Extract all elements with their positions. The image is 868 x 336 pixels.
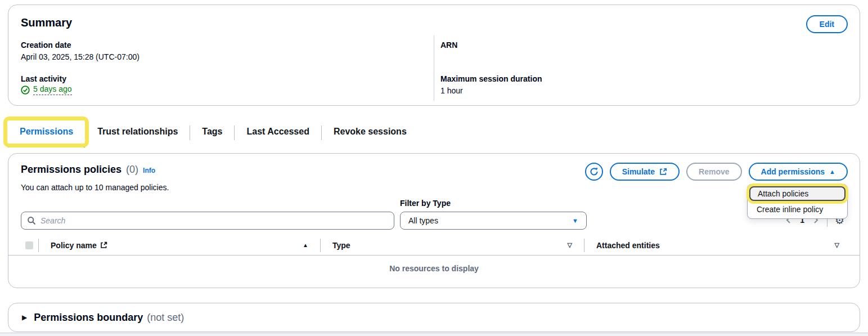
column-filter-icon[interactable]: ▽ [835,241,839,249]
policies-description: You can attach up to 10 managed policies… [21,183,169,192]
edit-button[interactable]: Edit [806,15,848,33]
last-activity-value: 5 days ago [21,84,72,95]
type-filter-select[interactable]: All types ▼ [400,212,587,230]
boundary-title: Permissions boundary [34,312,143,324]
policies-table-header: Policy name ▲ Type ▽ Attached [8,235,860,256]
menu-item-attach-policies[interactable]: Attach policies [749,186,845,201]
arn-label: ARN [440,41,457,50]
page-bottom-strip [0,333,868,336]
tab-permissions[interactable]: Permissions [8,118,85,147]
policies-title-row: Permissions policies (0) Info [21,164,155,176]
iam-role-detail-page: Summary Edit Creation date April 03, 202… [0,0,868,336]
info-link[interactable]: Info [143,167,155,174]
max-session-value: 1 hour [440,86,463,95]
summary-panel: Summary Edit Creation date April 03, 202… [8,5,860,106]
last-activity-link[interactable]: 5 days ago [33,84,72,95]
tab-revoke-sessions[interactable]: Revoke sessions [322,118,419,147]
select-all-checkbox[interactable] [25,241,33,249]
column-divider [320,239,321,252]
menu-item-create-inline-policy[interactable]: Create inline policy [748,202,847,217]
caret-up-icon: ▲ [829,169,835,175]
tab-tags[interactable]: Tags [190,118,234,147]
simulate-button[interactable]: Simulate [610,163,680,181]
column-filter-icon[interactable]: ▽ [568,241,572,249]
column-type[interactable]: Type ▽ [326,241,579,250]
refresh-button[interactable] [585,163,603,181]
creation-date-value: April 03, 2025, 15:28 (UTC-07:00) [21,52,140,61]
add-permissions-button[interactable]: Add permissions ▲ [749,163,848,181]
column-divider [584,239,584,252]
refresh-icon [590,167,599,176]
check-circle-icon [21,86,30,95]
external-link-icon [100,241,107,249]
filter-by-type-label: Filter by Type [400,199,451,208]
policies-actions: Simulate Remove Add permissions ▲ [585,163,848,181]
remove-button[interactable]: Remove [686,163,741,181]
expand-icon: ▶ [22,313,27,321]
column-divider [38,239,39,252]
search-box [21,212,394,230]
search-icon [27,216,36,225]
tab-trust-relationships[interactable]: Trust relationships [86,118,190,147]
role-tabs: Permissions Trust relationships Tags Las… [8,118,419,147]
empty-table-message: No resources to display [8,264,860,273]
max-session-label: Maximum session duration [440,74,542,83]
search-input[interactable] [41,216,388,225]
sort-ascending-icon[interactable]: ▲ [303,242,308,248]
creation-date-label: Creation date [21,41,71,50]
summary-column-divider [434,35,434,101]
tab-last-accessed[interactable]: Last Accessed [235,118,321,147]
policies-count: (0) [126,164,138,176]
column-policy-name[interactable]: Policy name ▲ [44,241,315,250]
permissions-policies-panel: Permissions policies (0) Info You can at… [8,153,860,288]
add-permissions-dropdown: Attach policies Create inline policy [747,184,848,219]
type-select-value: All types [408,216,438,225]
external-link-icon [659,168,667,176]
last-activity-label: Last activity [21,74,66,83]
boundary-status: (not set) [147,312,184,324]
policies-title: Permissions policies [21,164,122,176]
caret-down-icon: ▼ [572,218,578,224]
summary-title: Summary [21,16,72,29]
column-attached-entities[interactable]: Attached entities ▽ [590,241,860,250]
permissions-boundary-panel[interactable]: ▶ Permissions boundary (not set) [8,303,860,332]
